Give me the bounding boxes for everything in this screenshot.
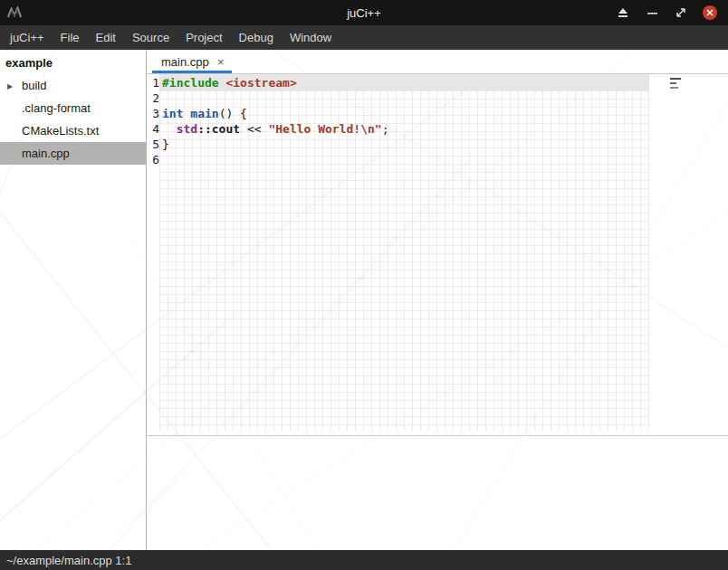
code-token: } (162, 138, 169, 151)
menu-item-edit[interactable]: Edit (88, 25, 124, 50)
menu-item-debug[interactable]: Debug (231, 25, 282, 50)
eject-icon (618, 8, 628, 18)
sidebar-item-main-cpp[interactable]: main.cpp (0, 142, 146, 165)
code-token: << (240, 122, 268, 136)
code-line-4: std::cout << "Hello World!\n"; (159, 121, 649, 137)
code-token: std (177, 122, 197, 136)
code-line-2 (159, 90, 649, 106)
code-token: ; (382, 122, 389, 136)
app-logo-icon (6, 6, 23, 20)
code-token: :: (197, 122, 212, 136)
tab-bar: main.cpp × (147, 50, 728, 74)
code-token: cout (212, 122, 240, 136)
sidebar-item--clang-format[interactable]: .clang-format (0, 97, 146, 119)
scroll-overview[interactable] (670, 78, 681, 89)
code-token: #include (162, 76, 219, 90)
code-token: <iostream> (225, 76, 296, 90)
code-line-5: } (159, 137, 649, 152)
sidebar-item-cmakelists-txt[interactable]: CMakeLists.txt (0, 119, 146, 142)
close-button[interactable] (703, 5, 717, 20)
code-editor[interactable]: 123456 #include <iostream>int main() { s… (147, 74, 728, 435)
code-token: () { (219, 107, 247, 120)
restore-button[interactable] (674, 5, 688, 20)
tab-main-cpp[interactable]: main.cpp × (152, 50, 232, 73)
line-number: 5 (147, 137, 159, 152)
line-number: 2 (147, 90, 159, 106)
sidebar-item-label: build (22, 79, 46, 92)
line-number: 1 (147, 75, 159, 90)
code-token: main (190, 107, 218, 120)
status-bar: ~/example/main.cpp 1:1 (0, 550, 728, 570)
code-line-3: int main() { (159, 106, 649, 121)
content-area: example ▶build.clang-formatCMakeLists.tx… (0, 50, 728, 550)
editor-column: main.cpp × 123456 #include <iostream>int… (147, 50, 728, 550)
tab-close-icon[interactable]: × (217, 56, 225, 68)
sidebar-item-label: CMakeLists.txt (22, 124, 99, 138)
menu-item-file[interactable]: File (53, 25, 88, 50)
menu-item-source[interactable]: Source (124, 25, 177, 50)
overview-mark (670, 82, 676, 84)
sidebar-item-label: main.cpp (22, 147, 70, 160)
active-tab-indicator (152, 71, 232, 73)
code-token: "Hello World!\n" (268, 122, 381, 136)
minimize-icon (647, 8, 657, 18)
menu-bar: juCi++FileEditSourceProjectDebugWindow (0, 25, 728, 50)
code-token: int (162, 107, 183, 120)
overview-mark (670, 78, 681, 80)
output-panel[interactable] (147, 436, 728, 550)
juci-window: juCi++ (0, 0, 728, 570)
tab-label: main.cpp (161, 55, 209, 69)
minimize-button[interactable] (645, 5, 659, 20)
code-token (162, 122, 177, 136)
line-number: 6 (147, 152, 159, 167)
code-area[interactable]: #include <iostream>int main() { std::cou… (159, 74, 649, 432)
menu-item-project[interactable]: Project (177, 25, 230, 50)
restore-icon (675, 7, 686, 18)
sidebar-item-label: .clang-format (22, 101, 91, 115)
menu-item-window[interactable]: Window (282, 25, 340, 50)
status-path-and-position: ~/example/main.cpp 1:1 (6, 554, 131, 567)
title-bar: juCi++ (0, 0, 728, 25)
line-number: 3 (147, 106, 159, 121)
sidebar-item-build[interactable]: ▶build (0, 74, 146, 97)
code-line-1: #include <iostream> (159, 75, 649, 90)
window-controls (616, 5, 717, 20)
menu-item-juci[interactable]: juCi++ (2, 25, 53, 50)
overview-mark (670, 87, 678, 89)
file-tree-sidebar: example ▶build.clang-formatCMakeLists.tx… (0, 50, 147, 550)
line-numbers: 123456 (147, 74, 159, 435)
file-tree: ▶build.clang-formatCMakeLists.txtmain.cp… (0, 74, 146, 165)
shade-button[interactable] (616, 5, 630, 20)
project-root-label[interactable]: example (0, 50, 146, 74)
code-line-6 (159, 152, 649, 167)
close-icon (706, 9, 714, 16)
expander-icon[interactable]: ▶ (7, 81, 13, 90)
line-number: 4 (147, 121, 159, 137)
